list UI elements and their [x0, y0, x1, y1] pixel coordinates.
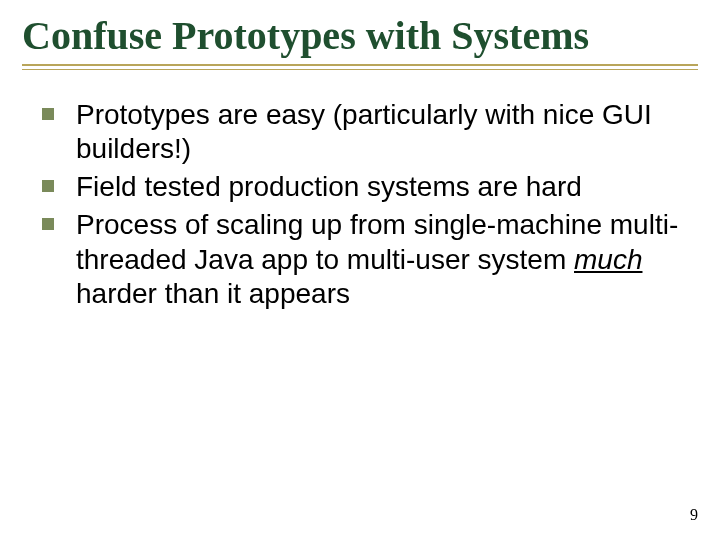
slide-body: Prototypes are easy (particularly with n…: [22, 98, 698, 311]
list-item: Prototypes are easy (particularly with n…: [42, 98, 688, 166]
page-number: 9: [690, 506, 698, 524]
bullet-text: Prototypes are easy (particularly with n…: [76, 98, 688, 166]
slide-title: Confuse Prototypes with Systems: [22, 14, 698, 58]
bullet-icon: [42, 180, 54, 192]
bullet-icon: [42, 108, 54, 120]
bullet-icon: [42, 218, 54, 230]
title-rule: [22, 64, 698, 70]
list-item: Field tested production systems are hard: [42, 170, 688, 204]
list-item: Process of scaling up from single-machin…: [42, 208, 688, 310]
bullet-text: Field tested production systems are hard: [76, 170, 582, 204]
slide: Confuse Prototypes with Systems Prototyp…: [0, 0, 720, 540]
bullet-text: Process of scaling up from single-machin…: [76, 208, 688, 310]
